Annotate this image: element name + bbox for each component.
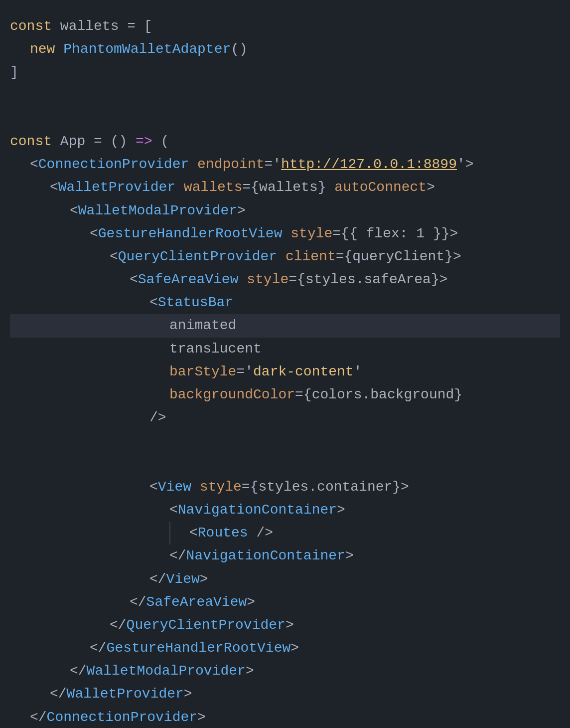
token-punc: < (169, 499, 178, 522)
token-kw: const (10, 130, 60, 153)
code-line-5: const App = () => ( (10, 130, 560, 153)
token-attr: style (200, 476, 242, 499)
token-plain: wallets (60, 15, 127, 38)
token-punc: ={ (295, 383, 312, 406)
code-line-8: <WalletModalProvider> (10, 199, 560, 222)
token-attr: client (285, 245, 336, 268)
code-line-15: barStyle='dark-content' (10, 361, 560, 383)
token-punc: > (246, 660, 254, 683)
token-tag: WalletModalProvider (78, 199, 237, 222)
token-punc: < (130, 268, 138, 291)
code-line-26: </QueryClientProvider> (10, 614, 560, 637)
token-tag: WalletModalProvider (87, 660, 246, 683)
code-line-13: animated (10, 314, 560, 337)
token-kw: const (10, 15, 60, 38)
token-tag: StatusBar (158, 291, 233, 314)
code-line-0: const wallets = [ (10, 15, 560, 38)
token-punc: } (454, 383, 462, 406)
token-punc: ={ (242, 176, 259, 199)
token-punc: ={ (336, 245, 353, 268)
token-punc: ( (152, 130, 169, 153)
token-punc: > (237, 199, 246, 222)
token-link: http://127.0.0.1:8899 (281, 153, 457, 176)
token-attr: style (290, 222, 332, 245)
token-tag: View (158, 476, 200, 499)
token-punc: </ (110, 614, 127, 637)
token-plain: colors.background (312, 383, 454, 406)
token-punc: < (70, 199, 78, 222)
token-plain: styles.safeArea (305, 268, 431, 291)
token-plain: translucent (169, 338, 262, 361)
token-punc: }}> (433, 222, 458, 245)
token-tag: WalletProvider (58, 176, 184, 199)
token-tag: View (166, 568, 200, 591)
token-punc: '> (457, 153, 474, 176)
token-punc: ] (10, 61, 18, 84)
token-plain: animated (169, 314, 236, 337)
token-eq: = (94, 130, 111, 153)
token-tag: SafeAreaView (138, 268, 247, 291)
code-line-19 (10, 453, 560, 476)
token-tag: NavigationContainer (186, 545, 345, 567)
token-punc: > (290, 637, 299, 660)
token-punc: </ (30, 706, 47, 728)
token-punc: </ (50, 683, 67, 706)
token-tag: SafeAreaView (146, 591, 247, 614)
token-punc: </ (70, 660, 87, 683)
code-line-3 (10, 84, 560, 107)
code-line-23: </NavigationContainer> (10, 545, 560, 567)
token-tag: ConnectionProvider (38, 153, 197, 176)
token-attr: autoConnect (334, 176, 427, 199)
token-tag: GestureHandlerRootView (98, 222, 290, 245)
token-punc: > (337, 499, 345, 522)
code-line-21: <NavigationContainer> (10, 499, 560, 522)
token-punc: < (189, 522, 198, 545)
token-punc: < (30, 153, 38, 176)
token-punc: </ (149, 568, 166, 591)
token-punc: =' (265, 153, 282, 176)
code-line-24: </View> (10, 568, 560, 591)
token-punc: </ (169, 545, 186, 567)
token-punc: ={ (242, 476, 259, 499)
token-punc: } (318, 176, 335, 199)
token-attr: backgroundColor (169, 383, 295, 406)
code-line-18 (10, 429, 560, 452)
token-tag: NavigationContainer (178, 499, 337, 522)
token-punc: </ (130, 591, 146, 614)
token-punc: () (111, 130, 136, 153)
token-arrow: => (136, 130, 152, 153)
token-punc: > (427, 176, 435, 199)
token-punc: < (149, 476, 158, 499)
code-line-9: <GestureHandlerRootView style={{ flex: 1… (10, 222, 560, 245)
token-plain: styles.container (258, 476, 392, 499)
token-attr: style (247, 268, 288, 291)
token-plain: wallets (259, 176, 318, 199)
token-punc: > (247, 591, 255, 614)
token-plain: queryClient (352, 245, 444, 268)
token-tag: Routes (198, 522, 257, 545)
token-punc: < (50, 176, 58, 199)
token-tag: PhantomWalletAdapter (63, 38, 231, 61)
token-punc: > (184, 683, 192, 706)
token-tag: QueryClientProvider (127, 614, 285, 637)
token-punc: }> (392, 476, 409, 499)
code-line-1: new PhantomWalletAdapter() (10, 38, 560, 61)
token-punc: < (110, 245, 118, 268)
token-plain: App (60, 130, 94, 153)
token-punc: }> (431, 268, 448, 291)
code-line-27: </GestureHandlerRootView> (10, 637, 560, 660)
code-line-30: </ConnectionProvider> (10, 706, 560, 728)
token-attr: wallets (184, 176, 243, 199)
indent-guide (169, 522, 170, 545)
code-line-28: </WalletModalProvider> (10, 660, 560, 683)
token-punc: ' (354, 361, 362, 383)
code-line-17: /> (10, 406, 560, 429)
token-punc: =' (236, 361, 253, 383)
token-kw: new (30, 38, 63, 61)
code-line-16: backgroundColor={colors.background} (10, 383, 560, 406)
code-line-12: <StatusBar (10, 291, 560, 314)
token-punc: < (90, 222, 98, 245)
code-line-10: <QueryClientProvider client={queryClient… (10, 245, 560, 268)
token-punc: < (149, 291, 158, 314)
token-punc: () (231, 38, 248, 61)
